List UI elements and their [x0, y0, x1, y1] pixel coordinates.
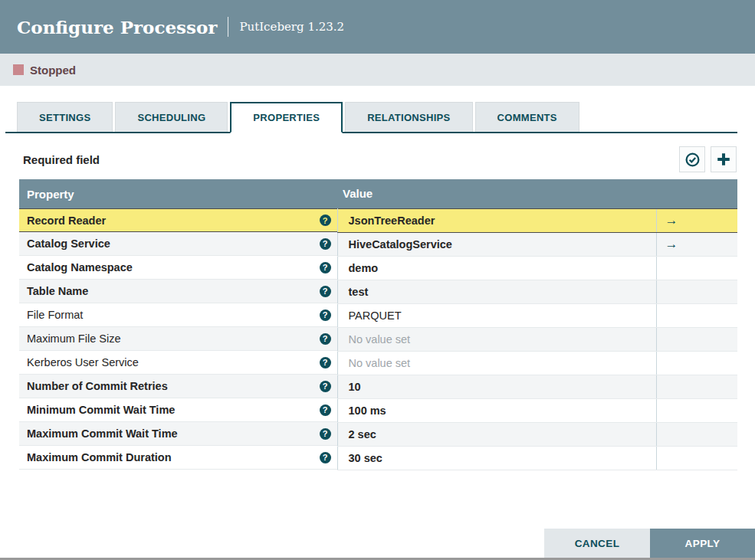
property-row[interactable]: Table Name?test	[19, 280, 737, 303]
property-name: Maximum Commit Wait Time	[27, 427, 178, 440]
property-row[interactable]: Catalog Namespace?demo	[19, 256, 737, 280]
run-status-label: Stopped	[30, 64, 76, 77]
go-to-service-icon[interactable]: →	[665, 213, 678, 228]
property-row[interactable]: Catalog Service?HiveCatalogService→	[19, 232, 737, 256]
row-actions-cell: →	[656, 232, 737, 256]
row-actions-cell	[656, 280, 737, 303]
row-actions-cell	[656, 375, 737, 398]
stopped-icon	[13, 64, 24, 75]
row-actions-cell: →	[656, 208, 737, 232]
property-name: Maximum Commit Duration	[27, 451, 172, 463]
property-value[interactable]: No value set	[337, 327, 656, 351]
property-value[interactable]: 2 sec	[337, 422, 656, 446]
property-name: Maximum File Size	[27, 332, 120, 345]
property-name: Number of Commit Retries	[27, 380, 168, 392]
column-header-property: Property	[19, 179, 337, 208]
property-value[interactable]: JsonTreeReader	[337, 208, 656, 232]
row-actions-cell	[656, 422, 737, 446]
property-row[interactable]: Maximum File Size?No value set	[19, 327, 737, 351]
tab-scheduling[interactable]: SCHEDULING	[115, 102, 228, 132]
row-actions-cell	[656, 398, 737, 422]
help-icon[interactable]: ?	[320, 309, 331, 321]
property-row[interactable]: Maximum Commit Duration?30 sec	[19, 446, 737, 470]
dialog-header: Configure Processor PutIceberg 1.23.2	[0, 0, 755, 54]
row-actions-cell	[656, 303, 737, 327]
help-icon[interactable]: ?	[320, 215, 331, 226]
property-value[interactable]: demo	[337, 256, 656, 280]
add-property-button[interactable]	[711, 146, 737, 172]
property-row[interactable]: Number of Commit Retries?10	[19, 375, 737, 398]
dialog-tabs: SETTINGSSCHEDULINGPROPERTIESRELATIONSHIP…	[5, 102, 737, 133]
property-name: Kerberos User Service	[27, 356, 139, 368]
property-name: Catalog Service	[27, 237, 110, 250]
processor-type-version: PutIceberg 1.23.2	[239, 20, 344, 34]
column-header-value: Value	[337, 179, 656, 208]
toolbar-buttons	[679, 146, 737, 172]
column-header-actions	[656, 179, 737, 208]
row-actions-cell	[656, 351, 737, 375]
property-name: File Format	[27, 309, 83, 321]
go-to-service-icon[interactable]: →	[665, 237, 678, 251]
help-icon[interactable]: ?	[320, 238, 331, 250]
tab-settings[interactable]: SETTINGS	[17, 102, 113, 132]
row-actions-cell	[656, 327, 737, 351]
verify-properties-button[interactable]	[679, 146, 705, 172]
dialog-title: Configure Processor	[17, 17, 217, 38]
cancel-button[interactable]: CANCEL	[544, 529, 650, 558]
tab-properties[interactable]: PROPERTIES	[230, 102, 343, 133]
row-actions-cell	[656, 256, 737, 280]
property-row[interactable]: File Format?PARQUET	[19, 303, 737, 327]
property-row[interactable]: Kerberos User Service?No value set	[19, 351, 737, 375]
property-name: Minimum Commit Wait Time	[27, 404, 175, 416]
help-icon[interactable]: ?	[320, 286, 331, 297]
tab-comments[interactable]: COMMENTS	[475, 102, 579, 132]
help-icon[interactable]: ?	[320, 428, 331, 440]
row-actions-cell	[656, 446, 737, 470]
configure-processor-dialog: Configure Processor PutIceberg 1.23.2 St…	[0, 0, 755, 560]
run-status-bar: Stopped	[0, 54, 755, 86]
property-row[interactable]: Record Reader?JsonTreeReader→	[19, 208, 737, 232]
check-circle-icon	[684, 152, 701, 168]
tab-relationships[interactable]: RELATIONSHIPS	[345, 102, 472, 132]
help-icon[interactable]: ?	[320, 404, 331, 416]
apply-button[interactable]: APPLY	[650, 529, 755, 558]
property-value[interactable]: test	[337, 280, 656, 303]
property-name: Record Reader	[27, 215, 106, 227]
property-value[interactable]: No value set	[337, 351, 656, 375]
property-value[interactable]: PARQUET	[337, 303, 656, 327]
properties-toolbar: Required field	[23, 146, 737, 172]
title-separator	[228, 17, 228, 37]
help-icon[interactable]: ?	[320, 262, 331, 273]
property-value[interactable]: 10	[337, 375, 656, 398]
help-icon[interactable]: ?	[320, 357, 331, 368]
help-icon[interactable]: ?	[320, 333, 331, 345]
property-name: Table Name	[27, 285, 88, 297]
property-row[interactable]: Minimum Commit Wait Time?100 ms	[19, 398, 737, 422]
required-field-label: Required field	[23, 153, 100, 166]
plus-icon	[715, 151, 732, 168]
property-row[interactable]: Maximum Commit Wait Time?2 sec	[19, 422, 737, 446]
property-value[interactable]: 100 ms	[337, 398, 656, 422]
property-value[interactable]: 30 sec	[337, 446, 656, 470]
help-icon[interactable]: ?	[320, 381, 331, 392]
help-icon[interactable]: ?	[320, 452, 331, 463]
properties-table: Property Value Record Reader?JsonTreeRea…	[19, 179, 737, 470]
table-header-row: Property Value	[19, 179, 737, 208]
property-name: Catalog Namespace	[27, 261, 133, 273]
property-value[interactable]: HiveCatalogService	[337, 232, 656, 256]
